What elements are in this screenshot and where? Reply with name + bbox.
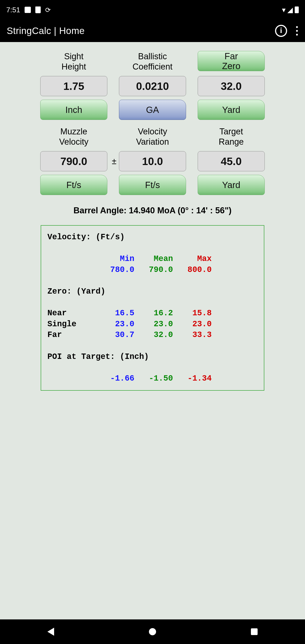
- single-mean: 23.0: [154, 320, 173, 329]
- single-label: Single: [48, 320, 76, 329]
- far-max: 33.3: [192, 330, 212, 340]
- poi-max: -1.34: [188, 374, 212, 383]
- col-min: Min: [120, 254, 134, 264]
- battery-icon: [295, 6, 299, 13]
- velocity-variation-unit-button[interactable]: Ft/s: [119, 175, 186, 195]
- vel-min: 780.0: [110, 265, 134, 274]
- results-box: Velocity: (Ft/s) Min Mean Max 780.0 790.…: [41, 225, 264, 391]
- back-icon[interactable]: [48, 628, 54, 636]
- far-min: 30.7: [115, 330, 134, 340]
- app-bar: StringCalc | Home: [0, 20, 305, 42]
- results-velocity-header: Velocity: (Ft/s): [48, 232, 125, 242]
- target-range-unit-button[interactable]: Yard: [198, 175, 265, 195]
- ballistic-coef-unit-button[interactable]: GA: [119, 100, 186, 120]
- far-zero-unit-button[interactable]: Yard: [198, 100, 265, 120]
- near-mean: 16.2: [154, 308, 173, 318]
- near-max: 15.8: [192, 308, 212, 318]
- near-min: 16.5: [115, 308, 134, 318]
- recent-apps-icon[interactable]: [251, 628, 258, 635]
- far-mean: 32.0: [154, 330, 173, 340]
- sd-card-icon: [35, 6, 41, 13]
- signal-icon: ◢: [287, 6, 293, 14]
- poi-min: -1.66: [110, 374, 134, 383]
- label-velocity-variation: Velocity Variation: [136, 126, 169, 148]
- ballistic-coef-input[interactable]: 0.0210: [119, 76, 186, 96]
- sight-height-unit-button[interactable]: Inch: [40, 100, 107, 120]
- menu-icon[interactable]: [296, 26, 298, 36]
- barrel-angle-text: Barrel Angle: 14.940 MoA (0° : 14' : 56"…: [74, 206, 232, 215]
- velocity-variation-input[interactable]: 10.0: [119, 151, 186, 171]
- col-mean: Mean: [154, 254, 173, 264]
- col-max: Max: [197, 254, 212, 264]
- target-range-input[interactable]: 45.0: [198, 151, 265, 171]
- vel-mean: 790.0: [149, 265, 173, 274]
- status-bar: 7:51 ⟳ ▾ ◢: [0, 0, 305, 20]
- home-icon[interactable]: [149, 628, 156, 635]
- far-label: Far: [48, 330, 62, 340]
- results-zero-header: Zero: (Yard): [48, 287, 105, 296]
- label-target-range: Target Range: [219, 126, 244, 148]
- app-title: StringCalc | Home: [7, 26, 85, 36]
- far-zero-input[interactable]: 32.0: [198, 76, 265, 96]
- sight-height-input[interactable]: 1.75: [40, 76, 107, 96]
- muzzle-velocity-input[interactable]: 790.0: [40, 151, 107, 171]
- content-area: Sight Height Ballistic Coefficient Far Z…: [0, 42, 305, 620]
- label-sight-height: Sight Height: [62, 51, 86, 72]
- vel-max: 800.0: [188, 265, 212, 274]
- muzzle-velocity-unit-button[interactable]: Ft/s: [40, 175, 107, 195]
- label-muzzle-velocity: Muzzle Velocity: [59, 126, 88, 148]
- wifi-icon: ▾: [282, 6, 286, 14]
- results-poi-header: POI at Target: (Inch): [48, 352, 149, 361]
- nav-bar: [0, 620, 305, 644]
- sync-icon: ⟳: [45, 6, 51, 14]
- status-time: 7:51: [6, 6, 20, 14]
- far-zero-button[interactable]: Far Zero: [198, 51, 265, 71]
- single-min: 23.0: [115, 320, 134, 329]
- poi-mean: -1.50: [149, 374, 173, 383]
- status-icon-a: [24, 7, 31, 13]
- near-label: Near: [48, 308, 67, 318]
- plus-minus-icon: ±: [112, 156, 116, 166]
- label-ballistic-coef: Ballistic Coefficient: [132, 51, 172, 72]
- single-max: 23.0: [192, 320, 212, 329]
- info-icon[interactable]: [275, 25, 287, 37]
